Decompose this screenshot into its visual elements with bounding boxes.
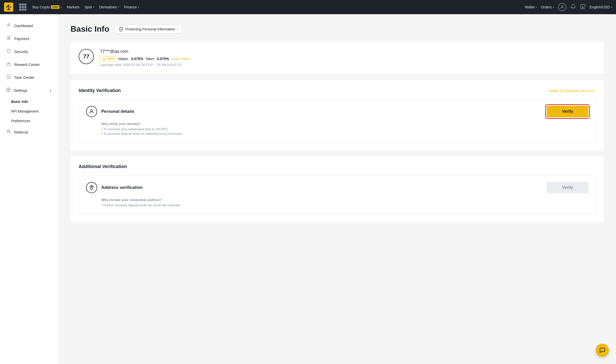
- verify-button-active[interactable]: Verify: [547, 106, 588, 117]
- svg-rect-6: [7, 75, 10, 79]
- why-verify-title: Why verify your identity?: [101, 122, 588, 126]
- sidebar-label-payment: Payment: [14, 37, 29, 41]
- notification-bell[interactable]: [570, 4, 576, 10]
- payment-icon: [6, 36, 11, 42]
- chat-button[interactable]: [596, 344, 609, 357]
- why-reason-1: • To increase your withdrawal limit to 1…: [101, 127, 588, 131]
- page-header: Basic Info Protecting Personal Informati…: [71, 24, 604, 34]
- topnav: Buy Crypto USD ▾ Markets Spot▾ Derivativ…: [0, 0, 616, 14]
- sidebar-label-referral: Referral: [14, 130, 28, 134]
- nav-right: Wallet▾ Orders▾ English/USD▾: [525, 3, 612, 11]
- sidebar-sub-label-preferences: Preferences: [11, 119, 30, 123]
- maker-label: Maker:: [118, 57, 129, 61]
- page-title: Basic Info: [71, 24, 109, 34]
- protect-badge[interactable]: Protecting Personal Information ›: [114, 25, 182, 33]
- additional-verification-section: Additional Verification Address verifica…: [71, 156, 604, 222]
- language-selector[interactable]: English/USD▾: [590, 5, 612, 9]
- user-avatar-nav[interactable]: [558, 3, 566, 11]
- address-reason-1: • Further increase deposit limits for so…: [101, 203, 588, 207]
- sidebar-sub-label-basic-info: Basic Info: [11, 100, 28, 104]
- grid-menu-icon[interactable]: [19, 4, 26, 11]
- sidebar-label-dashboard: Dashboard: [14, 24, 33, 28]
- nav-markets[interactable]: Markets: [67, 5, 79, 9]
- nav-orders[interactable]: Orders▾: [541, 5, 554, 9]
- logo[interactable]: [4, 3, 13, 12]
- referral-icon: [6, 129, 11, 135]
- svg-rect-5: [7, 64, 10, 66]
- chevron-right-small-icon: ›: [594, 89, 596, 93]
- why-address: Why include your residential address? • …: [86, 198, 588, 207]
- sidebar-label-task: Task Center: [14, 75, 35, 80]
- sidebar-item-security[interactable]: Security: [0, 45, 58, 58]
- why-address-title: Why include your residential address?: [101, 198, 588, 202]
- svg-point-7: [8, 89, 9, 90]
- identity-section-header: Identity Verification Switch to Enterpri…: [79, 88, 596, 93]
- chevron-up-icon: ▲: [49, 89, 52, 92]
- task-icon: [6, 75, 11, 80]
- address-verification-title: Address verification: [101, 185, 143, 190]
- usd-badge: USD: [51, 5, 59, 9]
- nav-derivatives[interactable]: Derivatives▾: [99, 5, 119, 9]
- svg-point-9: [91, 110, 92, 112]
- user-vip-row: VIP0 Maker: 0.075% Taker: 0.075% Learn m…: [100, 56, 596, 61]
- nav-finance[interactable]: Finance▾: [124, 5, 139, 9]
- reward-icon: [6, 62, 11, 67]
- sidebar-label-reward: Reward Center: [14, 62, 40, 67]
- svg-point-8: [7, 130, 9, 131]
- learn-more-link[interactable]: Learn more: [171, 57, 189, 61]
- sidebar-label-security: Security: [14, 49, 28, 54]
- nav-spot[interactable]: Spot▾: [84, 5, 94, 9]
- additional-section-header: Additional Verification: [79, 164, 596, 169]
- sidebar-item-dashboard[interactable]: Dashboard: [0, 19, 58, 32]
- additional-section-title: Additional Verification: [79, 164, 127, 169]
- sidebar-item-task[interactable]: Task Center: [0, 71, 58, 84]
- taker-label: Taker:: [145, 57, 155, 61]
- verify-button-disabled: Verify: [547, 182, 588, 193]
- nav-links: Buy Crypto USD ▾ Markets Spot▾ Derivativ…: [32, 5, 519, 9]
- last-login-info: Last login time: 2020-07-08 19:27:47 IP:…: [100, 63, 596, 67]
- user-details: 77***@qq.com VIP0 Maker: 0.075% Taker: 0…: [100, 49, 596, 67]
- nav-buy-crypto[interactable]: Buy Crypto USD ▾: [32, 5, 62, 9]
- why-verify-identity: Why verify your identity? • To increase …: [86, 122, 588, 136]
- main-content: Basic Info Protecting Personal Informati…: [58, 14, 616, 364]
- settings-icon: [6, 87, 11, 93]
- svg-point-10: [91, 186, 92, 188]
- why-reason-2: • To increase deposit limits for selecte…: [101, 132, 588, 136]
- user-email: 77***@qq.com: [100, 49, 596, 54]
- download-icon[interactable]: [580, 4, 586, 10]
- personal-details-header: Personal details Verify: [86, 106, 588, 117]
- protect-badge-label: Protecting Personal Information: [125, 27, 175, 31]
- identity-section-title: Identity Verification: [79, 88, 121, 93]
- maker-value: 0.075%: [131, 57, 143, 61]
- sidebar-item-reward[interactable]: Reward Center: [0, 58, 58, 71]
- app-body: Dashboard Payment Security: [0, 14, 616, 364]
- security-icon: [6, 49, 11, 54]
- person-icon: [6, 23, 11, 29]
- sidebar-label-settings: Settings: [14, 88, 27, 93]
- sidebar-sub-item-api[interactable]: API Management: [0, 106, 58, 116]
- identity-verification-section: Identity Verification Switch to Enterpri…: [71, 80, 604, 151]
- personal-details-item: Personal details Verify Why verify your …: [79, 99, 596, 143]
- user-info-card: 77 77***@qq.com VIP0 Maker: 0.075% Taker…: [71, 42, 604, 74]
- address-verification-item: Address verification Verify Why include …: [79, 175, 596, 214]
- taker-value: 0.075%: [157, 57, 169, 61]
- vip-badge: VIP0: [100, 56, 116, 61]
- sidebar-item-settings[interactable]: Settings ▲: [0, 84, 58, 97]
- sidebar-sub-item-preferences[interactable]: Preferences: [0, 116, 58, 126]
- sidebar: Dashboard Payment Security: [0, 14, 58, 364]
- address-verification-header: Address verification Verify: [86, 182, 588, 193]
- chevron-right-icon: ›: [177, 27, 178, 31]
- personal-details-icon: [86, 106, 97, 117]
- address-icon: [86, 182, 97, 193]
- personal-details-title: Personal details: [101, 109, 134, 114]
- sidebar-item-referral[interactable]: Referral: [0, 126, 58, 139]
- user-avatar: 77: [79, 49, 94, 64]
- svg-point-1: [561, 5, 563, 7]
- sidebar-sub-item-basic-info[interactable]: Basic Info: [0, 97, 58, 106]
- sidebar-sub-label-api: API Management: [11, 109, 39, 113]
- sidebar-item-payment[interactable]: Payment: [0, 32, 58, 45]
- nav-wallet[interactable]: Wallet▾: [525, 5, 537, 9]
- switch-enterprise-link[interactable]: Switch to Enterprise account ›: [549, 89, 596, 93]
- svg-point-3: [8, 24, 9, 25]
